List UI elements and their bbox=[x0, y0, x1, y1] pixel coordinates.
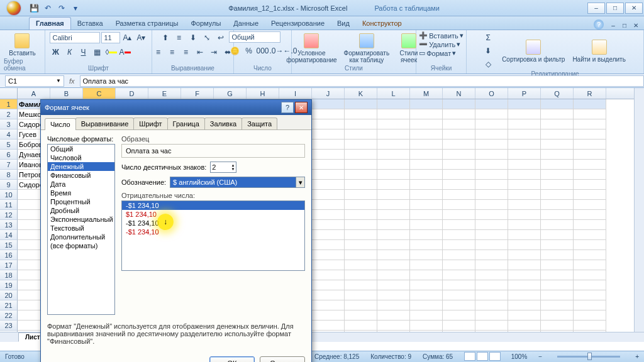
negative-option[interactable]: -$1 234,10 bbox=[122, 201, 304, 210]
dialog-tab-font[interactable]: Шрифт bbox=[133, 118, 167, 129]
cell[interactable] bbox=[508, 180, 541, 190]
cell[interactable] bbox=[508, 250, 541, 260]
cell[interactable] bbox=[541, 190, 574, 200]
cell[interactable] bbox=[508, 109, 541, 119]
row-header[interactable]: 4 bbox=[0, 129, 18, 140]
cell[interactable] bbox=[410, 160, 443, 170]
row-header[interactable]: 7 bbox=[0, 160, 18, 170]
cell[interactable] bbox=[345, 240, 377, 250]
view-normal-icon[interactable] bbox=[464, 352, 475, 361]
cell[interactable] bbox=[508, 210, 541, 220]
cell[interactable] bbox=[410, 230, 443, 240]
cell[interactable] bbox=[312, 210, 345, 220]
cell[interactable] bbox=[410, 180, 443, 190]
cell[interactable] bbox=[312, 230, 345, 240]
cell[interactable] bbox=[345, 190, 377, 200]
cell[interactable] bbox=[443, 290, 475, 300]
cell[interactable] bbox=[312, 170, 345, 180]
mdi-close[interactable]: ✕ bbox=[631, 21, 640, 30]
cell[interactable] bbox=[410, 280, 443, 290]
cell[interactable] bbox=[345, 200, 377, 210]
cell[interactable] bbox=[574, 170, 606, 180]
percent-icon[interactable]: % bbox=[243, 45, 255, 57]
row-header[interactable]: 13 bbox=[0, 220, 18, 230]
cell[interactable] bbox=[574, 140, 606, 150]
select-all-corner[interactable] bbox=[0, 88, 18, 99]
dialog-close-icon[interactable]: ✕ bbox=[295, 102, 308, 113]
increase-font-icon[interactable]: A▴ bbox=[121, 31, 134, 44]
align-center-icon[interactable]: ≡ bbox=[166, 46, 179, 58]
cell[interactable] bbox=[508, 160, 541, 170]
fx-icon[interactable]: fx bbox=[69, 77, 75, 85]
column-header[interactable]: G bbox=[214, 88, 247, 99]
cell[interactable] bbox=[345, 210, 377, 220]
cell[interactable] bbox=[475, 180, 508, 190]
cell[interactable] bbox=[508, 300, 541, 310]
cell[interactable] bbox=[377, 170, 410, 180]
cell[interactable] bbox=[541, 290, 574, 300]
category-item[interactable]: Дробный bbox=[48, 206, 114, 215]
cell[interactable] bbox=[377, 310, 410, 321]
cell[interactable] bbox=[508, 200, 541, 210]
cell[interactable] bbox=[574, 210, 606, 220]
category-item[interactable]: Общий bbox=[48, 145, 114, 153]
cell[interactable] bbox=[541, 240, 574, 250]
cell[interactable] bbox=[410, 270, 443, 280]
cell[interactable] bbox=[443, 230, 475, 240]
cell[interactable] bbox=[312, 260, 345, 270]
cell[interactable] bbox=[377, 200, 410, 210]
category-item[interactable]: Дата bbox=[48, 180, 114, 189]
category-item[interactable]: Процентный bbox=[48, 197, 114, 206]
row-header[interactable]: 14 bbox=[0, 230, 18, 240]
cell[interactable] bbox=[508, 140, 541, 150]
close-button[interactable]: ✕ bbox=[625, 3, 643, 14]
align-top-icon[interactable]: ⬆ bbox=[159, 31, 172, 44]
cell[interactable] bbox=[377, 190, 410, 200]
cell[interactable] bbox=[443, 260, 475, 270]
cell[interactable] bbox=[312, 109, 345, 119]
column-header[interactable]: E bbox=[148, 88, 181, 99]
cell[interactable] bbox=[377, 321, 410, 331]
cell[interactable] bbox=[541, 109, 574, 119]
column-header[interactable]: F bbox=[181, 88, 214, 99]
dialog-tab-alignment[interactable]: Выравнивание bbox=[75, 118, 135, 129]
category-item[interactable]: Время bbox=[48, 189, 114, 197]
cell[interactable] bbox=[574, 109, 606, 119]
cell[interactable] bbox=[377, 250, 410, 260]
underline-icon[interactable]: Ч bbox=[77, 46, 90, 58]
dialog-title-bar[interactable]: Формат ячеек ? ✕ bbox=[41, 100, 311, 115]
cell[interactable] bbox=[574, 230, 606, 240]
undo-icon[interactable]: ↶ bbox=[43, 3, 53, 13]
cell[interactable] bbox=[443, 180, 475, 190]
row-header[interactable]: 21 bbox=[0, 300, 18, 310]
cell[interactable] bbox=[541, 310, 574, 321]
cell[interactable] bbox=[475, 99, 508, 109]
cell[interactable] bbox=[574, 200, 606, 210]
number-format-combo[interactable]: Общий bbox=[229, 31, 280, 43]
cell[interactable] bbox=[312, 250, 345, 260]
font-color-icon[interactable]: A bbox=[119, 46, 131, 58]
cell[interactable] bbox=[508, 310, 541, 321]
row-header[interactable]: 1 bbox=[0, 99, 18, 109]
row-header[interactable]: 17 bbox=[0, 260, 18, 270]
fill-color-icon[interactable]: ◊ bbox=[105, 46, 118, 58]
align-middle-icon[interactable]: ≡ bbox=[173, 31, 186, 44]
cell[interactable] bbox=[443, 119, 475, 129]
cell[interactable] bbox=[443, 210, 475, 220]
row-header[interactable]: 18 bbox=[0, 270, 18, 280]
format-cells-button[interactable]: ▭ Формат ▾ bbox=[419, 49, 456, 57]
cell[interactable] bbox=[410, 321, 443, 331]
cell[interactable] bbox=[410, 150, 443, 160]
column-header[interactable]: A bbox=[18, 88, 50, 99]
tab-home[interactable]: Главная bbox=[29, 17, 71, 30]
cell[interactable] bbox=[410, 109, 443, 119]
help-icon[interactable]: ? bbox=[594, 19, 604, 30]
cell[interactable] bbox=[377, 290, 410, 300]
cell[interactable] bbox=[541, 220, 574, 230]
cell[interactable] bbox=[508, 270, 541, 280]
row-header[interactable]: 20 bbox=[0, 290, 18, 300]
row-header[interactable]: 3 bbox=[0, 119, 18, 129]
cell[interactable] bbox=[312, 270, 345, 280]
find-select-button[interactable]: Найти и выделить bbox=[570, 38, 628, 64]
qat-customize-icon[interactable]: ▾ bbox=[70, 3, 80, 13]
